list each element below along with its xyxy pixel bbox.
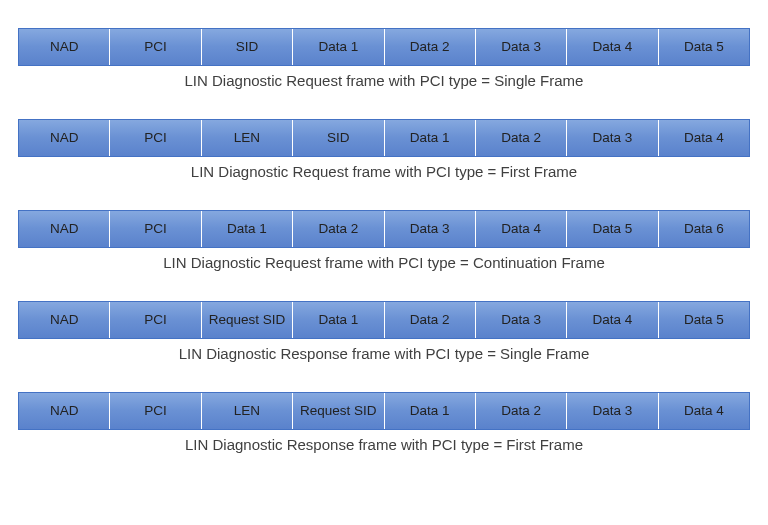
frame-cell: Data 2 [476,393,567,429]
frame-cell: Data 4 [567,302,658,338]
frame-caption: LIN Diagnostic Response frame with PCI t… [18,345,750,362]
frame-caption: LIN Diagnostic Response frame with PCI t… [18,436,750,453]
frame-cell: Data 3 [476,29,567,65]
frame-cell: NAD [19,120,110,156]
frame-cell: NAD [19,29,110,65]
frame-cell: Data 4 [476,211,567,247]
frame-block-1: NAD PCI LEN SID Data 1 Data 2 Data 3 Dat… [18,119,750,180]
frame-cell: PCI [110,393,201,429]
frame-cell: Data 4 [659,393,749,429]
frame-cell: Data 1 [202,211,293,247]
frame-cell: Data 5 [567,211,658,247]
frame-caption: LIN Diagnostic Request frame with PCI ty… [18,72,750,89]
frame-cell: NAD [19,393,110,429]
frame-block-2: NAD PCI Data 1 Data 2 Data 3 Data 4 Data… [18,210,750,271]
frame-cell: PCI [110,211,201,247]
frame-cell: Data 6 [659,211,749,247]
frame-block-3: NAD PCI Request SID Data 1 Data 2 Data 3… [18,301,750,362]
frame-cell: NAD [19,211,110,247]
diagram-canvas: NAD PCI SID Data 1 Data 2 Data 3 Data 4 … [0,0,768,453]
frame-cell: PCI [110,29,201,65]
frame-cell: Data 1 [385,120,476,156]
frame-cell: Data 4 [567,29,658,65]
frame-cell: SID [202,29,293,65]
frame-cell: NAD [19,302,110,338]
frame-cell: Data 5 [659,29,749,65]
frame-row: NAD PCI LEN Request SID Data 1 Data 2 Da… [18,392,750,430]
frame-caption: LIN Diagnostic Request frame with PCI ty… [18,163,750,180]
frame-block-4: NAD PCI LEN Request SID Data 1 Data 2 Da… [18,392,750,453]
frame-cell: Data 2 [385,29,476,65]
frame-cell: Data 2 [293,211,384,247]
frame-cell: Data 2 [385,302,476,338]
frame-cell: Data 2 [476,120,567,156]
frame-cell: Data 3 [567,120,658,156]
frame-cell: Request SID [202,302,293,338]
frame-cell: PCI [110,120,201,156]
frame-cell: Data 1 [293,29,384,65]
frame-cell: Data 4 [659,120,749,156]
frame-row: NAD PCI Request SID Data 1 Data 2 Data 3… [18,301,750,339]
frame-block-0: NAD PCI SID Data 1 Data 2 Data 3 Data 4 … [18,28,750,89]
frame-cell: SID [293,120,384,156]
frame-cell: Data 1 [293,302,384,338]
frame-cell: Data 5 [659,302,749,338]
frame-cell: LEN [202,120,293,156]
frame-cell: Data 3 [567,393,658,429]
frame-caption: LIN Diagnostic Request frame with PCI ty… [18,254,750,271]
frame-cell: Data 3 [385,211,476,247]
frame-row: NAD PCI LEN SID Data 1 Data 2 Data 3 Dat… [18,119,750,157]
frame-cell: Data 3 [476,302,567,338]
frame-cell: PCI [110,302,201,338]
frame-cell: LEN [202,393,293,429]
frame-row: NAD PCI Data 1 Data 2 Data 3 Data 4 Data… [18,210,750,248]
frame-cell: Request SID [293,393,384,429]
frame-cell: Data 1 [385,393,476,429]
frame-row: NAD PCI SID Data 1 Data 2 Data 3 Data 4 … [18,28,750,66]
